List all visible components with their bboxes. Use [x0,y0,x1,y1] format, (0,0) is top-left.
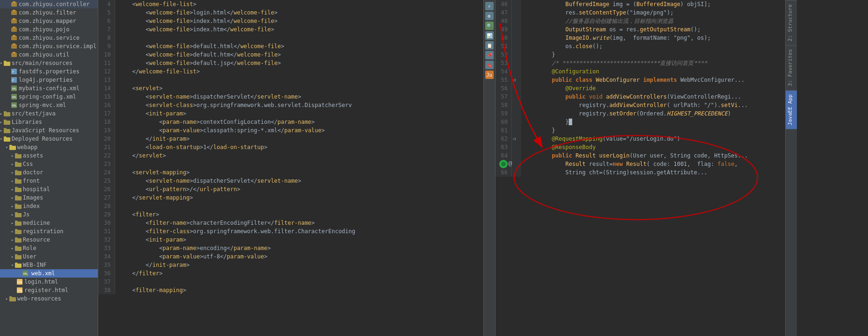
tree-icon-web-xml: XML [22,270,29,277]
folder-arrow-doctor[interactable] [11,171,14,175]
xml-line-18: 18 <param-name>contextConfigLocation</pa… [98,118,483,126]
tree-item-webapp[interactable]: webapp [0,143,98,151]
tree-icon-pkg-util [10,51,18,58]
folder-arrow-src-main-resources[interactable] [0,61,2,65]
folder-arrow-medicine[interactable] [11,221,14,225]
svg-rect-4 [11,19,17,23]
tree-label-libraries: Libraries [12,119,42,125]
tree-icon-front [15,177,22,185]
tree-item-web-inf[interactable]: WEB-INF [0,261,98,269]
tree-item-pkg-filter[interactable]: com.zhiyou.filter [0,8,98,17]
tree-item-spring-config-xml[interactable]: XMLspring-config.xml [0,93,98,101]
java-code-table: 46 BufferedImage img = (BufferedImage) o… [496,0,785,177]
tree-item-login-html[interactable]: HTMLlogin.html [0,278,98,286]
folder-arrow-hospital[interactable] [11,187,14,192]
tree-item-web-resources[interactable]: web-resources [0,294,98,303]
tree-item-log4j-props[interactable]: Plog4j.properties [0,76,98,84]
tree-icon-role [15,244,22,252]
tree-item-js[interactable]: Js [0,210,98,219]
tree-item-web-xml[interactable]: XMLweb.xml [0,269,98,278]
tree-item-fastdfs-props[interactable]: Pfastdfs.properties [0,67,98,76]
folder-arrow-libraries[interactable] [0,120,2,124]
xml-editor[interactable]: 4 <welcome-file-list>5 <welcome-file>log… [98,0,483,336]
tree-item-images[interactable]: Images [0,193,98,202]
svg-rect-10 [11,44,17,49]
tree-label-pkg-pojo: com.zhiyou.pojo [19,26,69,33]
folder-arrow-js[interactable] [11,213,14,217]
tree-item-front[interactable]: front [0,177,98,185]
tree-icon-webapp [9,143,16,151]
java-line-47: 47 res.setContentType("image/png"); [496,8,785,17]
tab-structure[interactable]: 2: Structure [786,0,797,45]
tree-item-role[interactable]: Role [0,244,98,252]
java-line-64: 64 public Result userLogin(User user, St… [496,151,785,160]
tree-item-hospital[interactable]: hospital [0,185,98,193]
tree-icon-src-test-java [3,110,11,117]
tab-favorites[interactable]: 3: Favorites [786,45,797,90]
tree-label-hospital: hospital [23,186,50,193]
folder-arrow-front[interactable] [11,179,14,183]
tree-item-pkg-util[interactable]: com.zhiyou.util [0,50,98,59]
folder-arrow-resource[interactable] [11,238,14,242]
tree-item-src-main-resources[interactable]: src/main/resources [0,59,98,67]
tree-item-doctor[interactable]: doctor [0,168,98,177]
tree-item-pkg-mapper[interactable]: com.zhiyou.mapper [0,17,98,25]
folder-arrow-role[interactable] [11,246,14,250]
tree-item-registration[interactable]: registration [0,227,98,236]
tree-item-css[interactable]: Css [0,160,98,168]
java-editor[interactable]: 46 BufferedImage img = (BufferedImage) o… [495,0,785,336]
gutter-49 [512,25,521,34]
folder-arrow-deployed-resources[interactable] [0,137,2,141]
tree-label-css: Css [23,161,33,167]
tool-icon-7[interactable]: 🔖 [485,61,494,69]
xml-line-23: 23 [98,160,483,168]
tree-item-register-html[interactable]: HTMLregister.html [0,286,98,294]
folder-arrow-user[interactable] [11,255,14,259]
tree-item-resource[interactable]: Resource [0,236,98,244]
svg-rect-11 [13,43,15,45]
java-line-46: 46 BufferedImage img = (BufferedImage) o… [496,0,785,8]
tool-icon-1[interactable]: ⚡ [485,2,494,10]
tree-item-index[interactable]: index [0,202,98,210]
tree-item-mybatis-xml[interactable]: XMLmybatis-config.xml [0,84,98,93]
tool-icon-ju[interactable]: Ju [485,71,494,79]
tree-item-pkg-controller[interactable]: com.zhiyou.controller [0,0,98,8]
tree-item-pkg-pojo[interactable]: com.zhiyou.pojo [0,25,98,34]
folder-arrow-css[interactable] [11,162,14,166]
tree-item-pkg-service-impl[interactable]: com.zhiyou.service.impl [0,42,98,50]
xml-line-14: 14 <servlet> [98,84,483,93]
tool-icon-5[interactable]: 📋 [485,41,494,50]
xml-line-36: 36 </filter> [98,269,483,278]
java-line-48: 48 //服务器自动创建输出流，目标指向浏览器 [496,17,785,25]
folder-arrow-webapp[interactable] [6,145,8,150]
folder-arrow-assets[interactable] [11,154,14,158]
xml-line-26: 26 <url-pattern>/</url-pattern> [98,185,483,193]
tool-icon-2[interactable]: ⚙ [485,12,494,20]
tree-item-libraries[interactable]: Libraries [0,118,98,126]
tree-item-assets[interactable]: assets [0,151,98,160]
tool-icon-3[interactable]: 🔍 [485,21,494,30]
tree-label-web-inf: WEB-INF [23,262,47,268]
xml-line-35: 35 </init-param> [98,261,483,269]
xml-line-7: 7 <welcome-file>index.htm</welcome-file> [98,25,483,34]
folder-arrow-index[interactable] [11,204,14,208]
folder-arrow-images[interactable] [11,196,14,200]
folder-arrow-src-test-java[interactable] [0,112,2,116]
tree-item-user[interactable]: User [0,252,98,261]
tree-item-js-resources[interactable]: JavaScript Resources [0,126,98,135]
java-line-50: 50 ImageIO.write(img, formatName: "png",… [496,34,785,42]
tool-icon-6[interactable]: 📌 [485,51,494,59]
tree-item-medicine[interactable]: medicine [0,219,98,227]
folder-arrow-web-resources[interactable] [6,297,8,301]
tree-item-spring-mvc-xml[interactable]: XMLspring-mvc.xml [0,101,98,109]
tree-item-deployed-resources[interactable]: Deployed Resources [0,135,98,143]
tool-icon-4[interactable]: 📊 [485,31,494,40]
svg-text:HTML: HTML [17,289,23,292]
tree-item-pkg-service[interactable]: com.zhiyou.service [0,34,98,42]
tree-item-src-test-java[interactable]: src/test/java [0,109,98,118]
gutter-54 [512,67,521,76]
folder-arrow-js-resources[interactable] [0,129,2,133]
tab-javaee[interactable]: JavaEE App [786,90,797,129]
folder-arrow-registration[interactable] [11,229,14,234]
folder-arrow-web-inf[interactable] [11,263,14,267]
